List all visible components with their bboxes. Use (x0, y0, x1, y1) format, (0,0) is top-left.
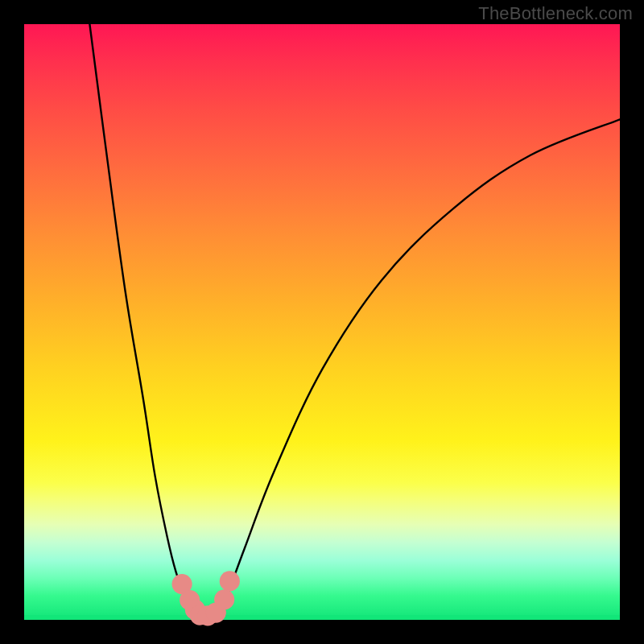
watermark-text: TheBottleneck.com (478, 3, 633, 24)
chart-area (24, 24, 620, 620)
chart-svg (24, 24, 620, 620)
chart-floor (24, 615, 620, 620)
highlight-marker (214, 589, 234, 609)
curve-left (89, 24, 203, 620)
highlight-marker (220, 571, 240, 591)
curve-right (215, 119, 620, 620)
